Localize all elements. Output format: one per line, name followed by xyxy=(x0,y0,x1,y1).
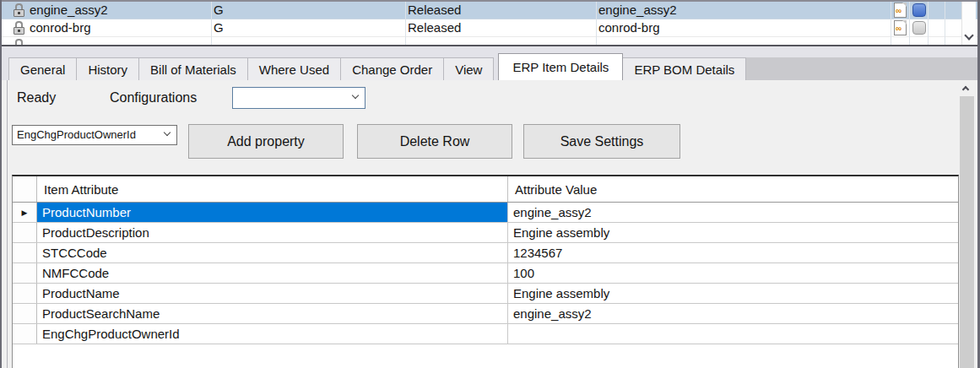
tab-erp-bom-details[interactable]: ERP BOM Details xyxy=(623,57,746,80)
file-state: Released xyxy=(408,3,461,17)
row-header-cell[interactable] xyxy=(13,243,37,262)
file-name-secondary: conrod-brg xyxy=(598,20,660,35)
column-separator xyxy=(945,2,945,46)
file-name-secondary: engine_assy2 xyxy=(598,3,677,17)
erp-item-details-panel: Ready Configurations EngChgProductOwnerI… xyxy=(2,80,977,368)
row-header-cell[interactable] xyxy=(13,324,37,344)
file-row-conrod-brg[interactable]: conrod-brgGReleasedconrod-brg∞ xyxy=(2,19,977,37)
grid-rows: ▶ProductNumberengine_assy2ProductDescrip… xyxy=(13,203,958,344)
file-revision: G xyxy=(214,20,224,35)
tab-erp-item-details[interactable]: ERP Item Details xyxy=(498,53,623,80)
column-separator xyxy=(928,2,929,46)
attribute-value-cell[interactable]: Engine assembly xyxy=(508,284,958,303)
tab-bill-of-materials[interactable]: Bill of Materials xyxy=(139,57,248,80)
lock-icon xyxy=(14,21,25,35)
file-row-engine_assy2[interactable]: engine_assy2GReleasedengine_assy2∞ xyxy=(2,2,977,19)
file-list: engine_assy2GReleasedengine_assy2∞conrod… xyxy=(2,0,977,46)
panel-inner-border xyxy=(7,80,8,368)
attribute-value-cell[interactable]: engine_assy2 xyxy=(508,203,958,222)
status-text: Ready xyxy=(17,90,56,106)
grid-row-STCCCode[interactable]: STCCCode1234567 xyxy=(13,243,958,263)
lock-icon xyxy=(14,3,25,17)
grid-row-EngChgProductOwnerId[interactable]: EngChgProductOwnerId xyxy=(13,324,958,344)
attribute-value-cell[interactable]: 100 xyxy=(508,263,958,283)
grid-header-item-attribute: Item Attribute xyxy=(37,176,508,202)
attribute-value-cell[interactable]: Engine assembly xyxy=(508,223,958,242)
property-dropdown[interactable]: EngChgProductOwnerId xyxy=(12,125,177,145)
row-header-cell[interactable] xyxy=(13,263,37,283)
attribute-value-cell[interactable]: engine_assy2 xyxy=(508,304,958,323)
panel-scrollbar[interactable] xyxy=(959,81,975,368)
linked-document-icon: ∞ xyxy=(894,3,907,18)
status-tile-icon xyxy=(912,21,926,35)
file-name: conrod-brg xyxy=(30,20,91,35)
grid-row-ProductName[interactable]: ProductNameEngine assembly xyxy=(13,284,958,304)
file-name: engine_assy2 xyxy=(30,3,108,17)
chevron-down-icon xyxy=(352,92,359,99)
scroll-up-button[interactable] xyxy=(959,81,975,95)
item-attribute-cell[interactable]: EngChgProductOwnerId xyxy=(37,324,508,344)
save-settings-button[interactable]: Save Settings xyxy=(523,124,680,159)
tab-bar-filler xyxy=(746,57,977,80)
item-attribute-cell[interactable]: ProductDescription xyxy=(37,223,508,242)
attribute-value-cell[interactable] xyxy=(508,324,958,344)
item-attribute-cell[interactable]: ProductNumber xyxy=(37,203,508,222)
row-header-cell[interactable] xyxy=(13,223,37,242)
attributes-grid: Item Attribute Attribute Value ▶ProductN… xyxy=(12,175,959,368)
add-property-button[interactable]: Add property xyxy=(188,124,344,159)
row-header-cell[interactable]: ▶ xyxy=(13,203,37,222)
grid-row-NMFCCode[interactable]: NMFCCode100 xyxy=(13,263,958,284)
configurations-label: Configurations xyxy=(110,90,197,106)
column-separator xyxy=(891,2,891,46)
grid-header-attribute-value: Attribute Value xyxy=(508,176,958,202)
scroll-up-icon xyxy=(962,86,969,93)
scroll-down-icon[interactable] xyxy=(964,30,973,40)
tab-history[interactable]: History xyxy=(77,57,139,80)
grid-row-ProductNumber[interactable]: ▶ProductNumberengine_assy2 xyxy=(13,203,958,223)
linked-document-icon: ∞ xyxy=(894,20,907,35)
row-header-cell[interactable] xyxy=(13,304,37,323)
status-tile-icon xyxy=(912,3,926,17)
grid-row-ProductDescription[interactable]: ProductDescriptionEngine assembly xyxy=(13,223,958,243)
column-separator xyxy=(909,2,910,46)
tab-view[interactable]: View xyxy=(444,57,494,80)
file-revision: G xyxy=(214,3,224,17)
grid-corner-cell xyxy=(13,176,37,202)
item-attribute-cell[interactable]: ProductName xyxy=(37,284,508,303)
chevron-down-icon xyxy=(164,129,171,136)
column-separator xyxy=(211,2,212,46)
tab-change-order[interactable]: Change Order xyxy=(341,57,444,80)
lock-icon xyxy=(14,39,25,46)
file-state: Released xyxy=(408,20,461,35)
attribute-value-cell[interactable]: 1234567 xyxy=(508,243,958,262)
item-attribute-cell[interactable]: STCCCode xyxy=(37,243,508,262)
property-dropdown-value: EngChgProductOwnerId xyxy=(17,128,136,141)
current-row-pointer-icon: ▶ xyxy=(22,208,28,217)
item-attribute-cell[interactable]: ProductSearchName xyxy=(37,304,508,323)
grid-header-row: Item Attribute Attribute Value xyxy=(13,176,958,203)
grid-row-ProductSearchName[interactable]: ProductSearchNameengine_assy2 xyxy=(13,304,958,324)
configurations-dropdown[interactable] xyxy=(232,87,365,109)
file-list-scrollbar[interactable] xyxy=(961,2,976,45)
column-separator xyxy=(596,2,597,46)
tab-general[interactable]: General xyxy=(8,57,77,80)
file-row-partial[interactable] xyxy=(2,37,977,46)
row-header-cell[interactable] xyxy=(13,284,37,303)
scrollbar-thumb[interactable] xyxy=(960,96,974,368)
delete-row-button[interactable]: Delete Row xyxy=(357,124,512,159)
tab-bar: GeneralHistoryBill of MaterialsWhere Use… xyxy=(2,53,977,80)
column-separator xyxy=(405,2,406,46)
tab-where-used[interactable]: Where Used xyxy=(248,57,341,80)
item-attribute-cell[interactable]: NMFCCode xyxy=(37,263,508,283)
file-list-rows: engine_assy2GReleasedengine_assy2∞conrod… xyxy=(2,2,977,46)
